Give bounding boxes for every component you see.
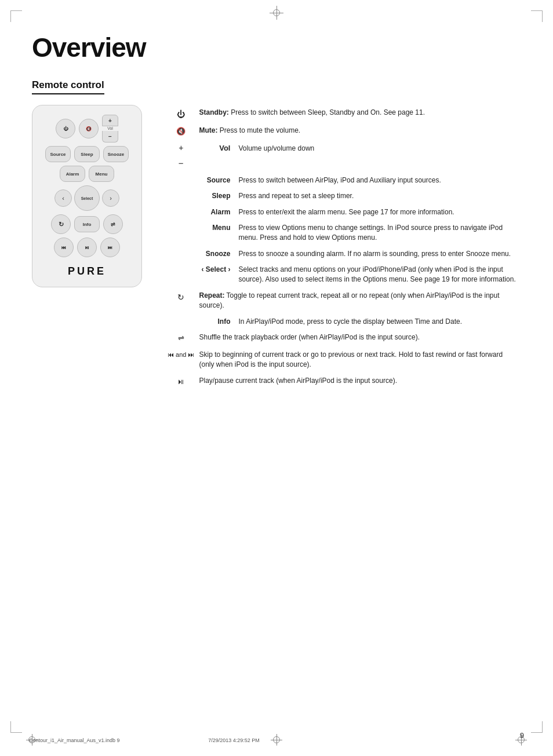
corner-mark-br xyxy=(531,721,543,733)
mute-text: Mute: Press to mute the volume. xyxy=(197,123,521,140)
vol-icon: + xyxy=(165,140,197,157)
section-heading: Remote control xyxy=(32,79,104,94)
info-label: Info xyxy=(197,314,236,330)
corner-mark-tl xyxy=(10,10,22,22)
desc-vol-minus: − xyxy=(165,157,521,173)
source-icon-cell xyxy=(165,173,197,188)
corner-mark-bl xyxy=(10,721,22,733)
desc-source: Source Press to switch between AirPlay, … xyxy=(165,173,521,188)
vol-text: Volume up/volume down xyxy=(236,140,521,157)
menu-icon-cell xyxy=(165,220,197,246)
page-title: Overview xyxy=(32,32,521,63)
alarm-label: Alarm xyxy=(197,204,236,220)
repeat-button[interactable]: ↻ xyxy=(51,214,71,234)
source-label: Source xyxy=(197,173,236,188)
descriptions-table: ⏻ Standby: Press to switch between Sleep… xyxy=(165,105,521,390)
crosshair-bottom-center xyxy=(271,734,282,746)
desc-sleep: Sleep Press and repeat to set a sleep ti… xyxy=(165,188,521,204)
desc-snooze: Snooze Press to snooze a sounding alarm.… xyxy=(165,246,521,262)
desc-shuffle: ⇌ Shuffle the track playback order (when… xyxy=(165,330,521,347)
vol-group: + Vol − xyxy=(102,115,118,143)
remote-row-2: Source Sleep Snooze xyxy=(39,146,134,162)
alarm-icon-cell xyxy=(165,204,197,220)
snooze-text: Press to snooze a sounding alarm. If no … xyxy=(236,246,521,262)
right-arrow-button[interactable]: › xyxy=(102,189,119,207)
desc-play-pause: ⏯ Play/pause current track (when AirPlay… xyxy=(165,373,521,390)
sleep-button[interactable]: Sleep xyxy=(74,146,100,162)
info-text: In AirPlay/iPod mode, press to cycle the… xyxy=(236,314,521,330)
mute-button[interactable]: 🔇 xyxy=(79,119,99,138)
remote-logo: PURE xyxy=(68,265,106,277)
play-pause-button[interactable]: ⏯ xyxy=(77,238,97,257)
desc-info: Info In AirPlay/iPod mode, press to cycl… xyxy=(165,314,521,330)
desc-vol: + Vol Volume up/volume down xyxy=(165,140,521,157)
sleep-label: Sleep xyxy=(197,188,236,204)
left-arrow-button[interactable]: ‹ xyxy=(54,189,72,207)
mute-icon: 🔇 xyxy=(165,123,197,140)
snooze-label: Snooze xyxy=(197,246,236,262)
crosshair-top xyxy=(270,6,283,20)
sleep-text: Press and repeat to set a sleep timer. xyxy=(236,188,521,204)
sleep-icon-cell xyxy=(165,188,197,204)
prev-next-icon: ⏮ and ⏭ xyxy=(165,347,197,373)
prev-next-text: Skip to beginning of current track or go… xyxy=(197,347,521,373)
select-icon-cell xyxy=(165,262,197,288)
info-button[interactable]: Info xyxy=(74,216,100,232)
select-label: ‹ Select › xyxy=(197,262,236,288)
vol-label: Vol xyxy=(107,126,113,131)
desc-repeat: ↻ Repeat: Toggle to repeat current track… xyxy=(165,288,521,314)
footer-text: Contour_i1_Air_manual_Aus_v1.indb 9 7/29… xyxy=(29,737,260,743)
standby-text: Standby: Press to switch between Sleep, … xyxy=(197,105,521,123)
desc-menu: Menu Press to view Options menu to chang… xyxy=(165,220,521,246)
descriptions-column: ⏻ Standby: Press to switch between Sleep… xyxy=(165,105,521,390)
vol-minus-button[interactable]: − xyxy=(102,131,118,143)
select-text: Select tracks and menu options on your i… xyxy=(236,262,521,288)
remote-row-1: ⏻ 🔇 + Vol − xyxy=(39,115,134,143)
shuffle-icon: ⇌ xyxy=(165,330,197,347)
prev-button[interactable]: ⏮ xyxy=(54,238,74,257)
desc-select: ‹ Select › Select tracks and menu option… xyxy=(165,262,521,288)
remote-row-4: ‹ Select › xyxy=(54,185,119,211)
vol-plus-button[interactable]: + xyxy=(102,115,118,126)
corner-mark-tr xyxy=(531,10,543,22)
right-chevron-icon: › xyxy=(228,265,230,273)
shuffle-text: Shuffle the track playback order (when A… xyxy=(197,330,521,347)
source-text: Press to switch between AirPlay, iPod an… xyxy=(236,173,521,188)
remote-device: ⏻ 🔇 + Vol − Source Sleep Snooze Ala xyxy=(32,105,142,287)
remote-column: ⏻ 🔇 + Vol − Source Sleep Snooze Ala xyxy=(32,105,148,287)
play-pause-text: Play/pause current track (when AirPlay/i… xyxy=(197,373,521,390)
standby-icon: ⏻ xyxy=(165,105,197,123)
left-chevron-icon: ‹ xyxy=(201,265,203,273)
source-button[interactable]: Source xyxy=(45,146,71,162)
main-layout: ⏻ 🔇 + Vol − Source Sleep Snooze Ala xyxy=(32,105,521,390)
snooze-button[interactable]: Snooze xyxy=(103,146,129,162)
select-button[interactable]: Select xyxy=(74,185,100,211)
play-pause-icon: ⏯ xyxy=(165,373,197,390)
page-content: Overview Remote control ⏻ 🔇 + Vol − xyxy=(32,32,521,724)
desc-standby: ⏻ Standby: Press to switch between Sleep… xyxy=(165,105,521,123)
power-button[interactable]: ⏻ xyxy=(56,119,75,138)
vol-label-cell: Vol xyxy=(197,140,236,157)
menu-label: Menu xyxy=(197,220,236,246)
desc-alarm: Alarm Press to enter/exit the alarm menu… xyxy=(165,204,521,220)
vol-minus-icon: − xyxy=(165,157,197,173)
repeat-text: Repeat: Toggle to repeat current track, … xyxy=(197,288,521,314)
info-icon-cell xyxy=(165,314,197,330)
desc-mute: 🔇 Mute: Press to mute the volume. xyxy=(165,123,521,140)
remote-row-5: ↻ Info ⇌ xyxy=(39,214,134,234)
alarm-button[interactable]: Alarm xyxy=(60,166,85,182)
menu-text: Press to view Options menu to change set… xyxy=(236,220,521,246)
shuffle-button[interactable]: ⇌ xyxy=(103,214,123,234)
desc-prev-next: ⏮ and ⏭ Skip to beginning of current tra… xyxy=(165,347,521,373)
repeat-icon: ↻ xyxy=(165,288,197,314)
alarm-text: Press to enter/exit the alarm menu. See … xyxy=(236,204,521,220)
snooze-icon-cell xyxy=(165,246,197,262)
remote-row-3: Alarm Menu xyxy=(39,166,134,182)
next-button[interactable]: ⏭ xyxy=(100,238,120,257)
remote-row-6: ⏮ ⏯ ⏭ xyxy=(39,238,134,257)
menu-button[interactable]: Menu xyxy=(89,166,114,182)
select-label-text: Select xyxy=(206,265,228,273)
page-number: 9 xyxy=(520,731,524,740)
